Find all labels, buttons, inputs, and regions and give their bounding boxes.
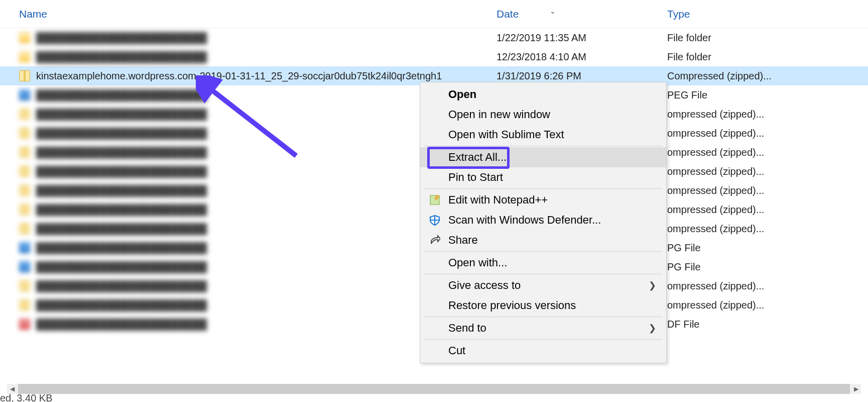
scroll-right-button[interactable]: ▶ xyxy=(851,384,861,394)
ctx-cut[interactable]: Cut xyxy=(420,341,666,361)
file-type: File folder xyxy=(660,51,868,63)
ctx-separator xyxy=(424,146,662,146)
file-name: kinstaexamplehome.wordpress.com-2019-01-… xyxy=(36,70,442,82)
file-date: 12/23/2018 4:10 AM xyxy=(489,51,660,63)
column-date-label: Date xyxy=(497,8,519,20)
column-type-header[interactable]: Type xyxy=(660,8,868,20)
pdf-icon xyxy=(19,319,30,330)
ctx-open-with[interactable]: Open with... xyxy=(420,253,666,273)
jpeg-icon xyxy=(19,242,30,253)
file-type: PG File xyxy=(660,261,868,273)
context-menu: Open Open in new window Open with Sublim… xyxy=(420,82,667,363)
file-name: ████████████████████████ xyxy=(36,204,207,216)
column-name-header[interactable]: Name xyxy=(0,8,489,20)
file-type: Compressed (zipped)... xyxy=(660,70,868,82)
share-icon xyxy=(428,234,441,247)
file-type: DF File xyxy=(660,319,868,330)
zip-icon xyxy=(19,280,30,291)
file-type: ompressed (zipped)... xyxy=(660,128,868,139)
table-row[interactable]: ████████████████████████1/22/2019 11:35 … xyxy=(0,28,868,47)
file-type: ompressed (zipped)... xyxy=(660,185,868,196)
ctx-open-new-window[interactable]: Open in new window xyxy=(420,105,666,125)
zip-icon xyxy=(19,166,30,177)
zip-icon xyxy=(19,223,30,234)
file-name: ████████████████████████ xyxy=(36,128,207,139)
zip-icon xyxy=(19,128,30,139)
file-date: 1/31/2019 6:26 PM xyxy=(489,70,660,82)
file-name: ████████████████████████ xyxy=(36,280,207,292)
ctx-separator xyxy=(424,251,662,252)
file-name: ████████████████████████ xyxy=(36,32,207,44)
ctx-share[interactable]: Share xyxy=(420,230,666,250)
file-name: ████████████████████████ xyxy=(36,242,207,254)
horizontal-scrollbar[interactable]: ◀ ▶ xyxy=(7,384,861,394)
column-date-header[interactable]: Date ⌄ xyxy=(489,8,660,20)
ctx-open-sublime[interactable]: Open with Sublime Text xyxy=(420,125,666,145)
file-name: ████████████████████████ xyxy=(36,109,207,120)
ctx-give-access-to[interactable]: Give access to ❯ xyxy=(420,275,666,295)
zip-icon xyxy=(19,204,30,215)
ctx-item-label: Send to xyxy=(448,322,486,335)
ctx-open[interactable]: Open xyxy=(420,84,666,105)
file-type: ompressed (zipped)... xyxy=(660,223,868,235)
zip-icon xyxy=(19,185,30,196)
jpeg-icon xyxy=(19,89,30,100)
jpeg-icon xyxy=(19,261,30,272)
defender-shield-icon xyxy=(428,214,441,227)
ctx-separator xyxy=(424,339,662,340)
column-headers: Name Date ⌄ Type xyxy=(0,0,868,28)
file-name: ████████████████████████ xyxy=(36,166,207,177)
folder-icon xyxy=(19,32,30,43)
zip-icon xyxy=(19,70,30,81)
ctx-restore-versions[interactable]: Restore previous versions xyxy=(420,295,666,316)
folder-icon xyxy=(19,51,30,62)
file-type: ompressed (zipped)... xyxy=(660,299,868,311)
ctx-edit-notepadpp[interactable]: Edit with Notepad++ xyxy=(420,190,666,210)
file-name: ████████████████████████ xyxy=(36,147,207,158)
zip-icon xyxy=(19,299,30,311)
ctx-item-label: Scan with Windows Defender... xyxy=(448,214,601,227)
zip-icon xyxy=(19,147,30,158)
status-bar-text: ed, 3.40 KB xyxy=(0,390,57,402)
notepadpp-icon xyxy=(428,193,441,207)
scroll-thumb[interactable] xyxy=(18,384,850,394)
sort-arrow-icon: ⌄ xyxy=(550,7,556,15)
ctx-pin-to-start[interactable]: Pin to Start xyxy=(420,167,666,187)
file-name: ████████████████████████ xyxy=(36,223,207,235)
ctx-separator xyxy=(424,317,662,317)
ctx-item-label: Share xyxy=(448,234,478,247)
file-name: ████████████████████████ xyxy=(36,89,207,101)
file-name: ████████████████████████ xyxy=(36,185,207,196)
file-type: ompressed (zipped)... xyxy=(660,166,868,177)
file-type: ompressed (zipped)... xyxy=(660,147,868,158)
ctx-item-label: Edit with Notepad++ xyxy=(448,193,548,207)
zip-icon xyxy=(19,109,30,120)
ctx-extract-all[interactable]: Extract All... xyxy=(420,147,666,167)
file-type: File folder xyxy=(660,32,868,44)
chevron-right-icon: ❯ xyxy=(649,323,656,334)
file-type: ompressed (zipped)... xyxy=(660,280,868,292)
ctx-scan-defender[interactable]: Scan with Windows Defender... xyxy=(420,210,666,230)
ctx-separator xyxy=(424,274,662,274)
file-name: ████████████████████████ xyxy=(36,261,207,273)
table-row[interactable]: ████████████████████████12/23/2018 4:10 … xyxy=(0,47,868,66)
file-type: PG File xyxy=(660,242,868,254)
ctx-separator xyxy=(424,188,662,189)
file-name: ████████████████████████ xyxy=(36,299,207,311)
ctx-item-label: Give access to xyxy=(448,279,521,292)
file-name: ████████████████████████ xyxy=(36,319,207,330)
file-type: ompressed (zipped)... xyxy=(660,109,868,120)
file-type: PEG File xyxy=(660,89,868,101)
ctx-send-to[interactable]: Send to ❯ xyxy=(420,318,666,338)
file-name: ████████████████████████ xyxy=(36,51,207,63)
chevron-right-icon: ❯ xyxy=(649,280,656,291)
file-date: 1/22/2019 11:35 AM xyxy=(489,32,660,44)
file-type: ompressed (zipped)... xyxy=(660,204,868,216)
